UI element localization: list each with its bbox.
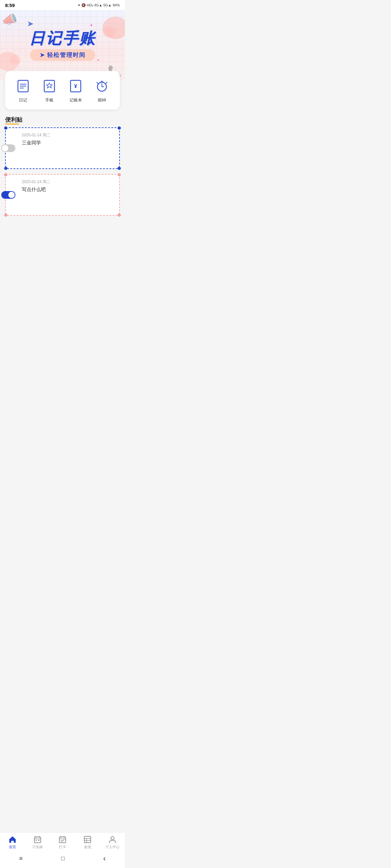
hero-title: 日记手账 bbox=[29, 30, 96, 47]
alarm-label: 闹钟 bbox=[98, 97, 106, 103]
note-1-wrapper: 2025-01-14 周二 三金同学 bbox=[5, 127, 120, 169]
accounts-icon: ¥ bbox=[67, 78, 84, 95]
corner-dot-bl-1 bbox=[4, 167, 7, 170]
corner-dot-br-1 bbox=[118, 167, 121, 170]
ledger-icon bbox=[41, 78, 58, 95]
svg-rect-4 bbox=[44, 80, 55, 92]
svg-text:¥: ¥ bbox=[74, 84, 77, 89]
quick-menu-accounts[interactable]: ¥ 记账本 bbox=[64, 78, 87, 103]
note-2[interactable]: 2025-01-14 周二 写点什么吧 bbox=[5, 174, 120, 216]
signal-icons: ✦ 🔇 HD₂ 4G▲ 5G▲ bbox=[78, 3, 112, 7]
note-2-content: 写点什么吧 bbox=[22, 187, 115, 193]
svg-line-11 bbox=[97, 82, 98, 84]
note-2-toggle[interactable] bbox=[1, 191, 16, 199]
ledger-label: 手账 bbox=[45, 97, 54, 103]
hero-subtitle: 轻松管理时间 bbox=[47, 51, 86, 59]
quick-menu-ledger[interactable]: 手账 bbox=[38, 78, 61, 103]
quick-menu-grid: 日记 手账 ¥ 记账本 bbox=[11, 78, 113, 103]
status-icons: ✦ 🔇 HD₂ 4G▲ 5G▲ 84% bbox=[78, 3, 120, 7]
hero-arrow: ➤ bbox=[40, 52, 45, 59]
corner-dot-br-2 bbox=[118, 214, 121, 217]
hero-subtitle-wrap: ➤ 轻松管理时间 bbox=[30, 49, 95, 61]
star-deco-3: ★ bbox=[97, 59, 99, 61]
star-deco-1: ✦ bbox=[90, 23, 93, 28]
corner-dot-tl-1 bbox=[4, 126, 7, 130]
status-bar: 8:59 ✦ 🔇 HD₂ 4G▲ 5G▲ 84% bbox=[0, 0, 125, 10]
note-1-toggle-knob bbox=[2, 145, 8, 151]
hero-banner: ✦ ✦ ★ 📣 📞 ➤ 日记手账 ➤ 轻松管理时间 bbox=[0, 10, 125, 81]
svg-line-12 bbox=[106, 82, 107, 84]
note-1-date: 2025-01-14 周二 bbox=[22, 132, 115, 138]
corner-dot-tl-2 bbox=[4, 173, 7, 176]
corner-dot-tr-2 bbox=[118, 173, 121, 176]
megaphone-deco: 📣 bbox=[2, 12, 18, 27]
note-1[interactable]: 2025-01-14 周二 三金同学 bbox=[5, 127, 120, 169]
diary-icon bbox=[15, 78, 32, 95]
svg-marker-5 bbox=[47, 83, 52, 88]
quick-menu-diary[interactable]: 日记 bbox=[11, 78, 35, 103]
corner-dot-tr-1 bbox=[118, 126, 121, 130]
accounts-label: 记账本 bbox=[69, 97, 82, 103]
note-2-toggle-knob bbox=[8, 192, 15, 198]
sticky-section: 便利贴 bbox=[0, 110, 125, 127]
sticky-title: 便利贴 bbox=[5, 116, 22, 124]
corner-dot-bl-2 bbox=[4, 214, 7, 217]
status-time: 8:59 bbox=[5, 3, 15, 8]
battery: 84% bbox=[113, 3, 120, 7]
note-2-date: 2025-01-14 周二 bbox=[22, 179, 115, 185]
note-1-content: 三金同学 bbox=[22, 140, 115, 146]
arrow-deco: ➤ bbox=[27, 20, 33, 28]
alarm-icon bbox=[93, 78, 111, 95]
sticky-notes-list: 2025-01-14 周二 三金同学 2025-01-14 周二 写点什么吧 bbox=[0, 127, 125, 216]
note-1-toggle[interactable] bbox=[1, 144, 16, 152]
quick-menu-card: 日记 手账 ¥ 记账本 bbox=[5, 71, 120, 110]
quick-menu-alarm[interactable]: 闹钟 bbox=[90, 78, 113, 103]
note-2-wrapper: 2025-01-14 周二 写点什么吧 bbox=[5, 174, 120, 216]
diary-label: 日记 bbox=[19, 97, 27, 103]
